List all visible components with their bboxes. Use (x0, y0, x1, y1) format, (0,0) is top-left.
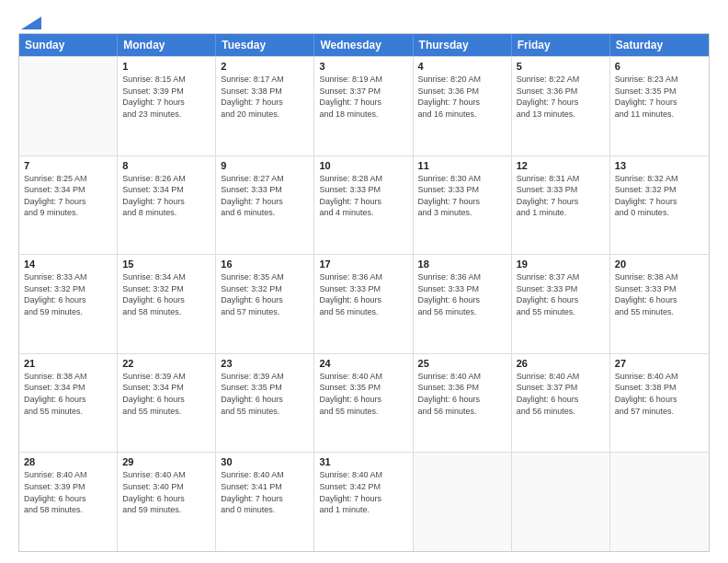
calendar-cell: 11Sunrise: 8:30 AM Sunset: 3:33 PM Dayli… (414, 156, 512, 255)
calendar-cell (610, 453, 709, 551)
day-info: Sunrise: 8:39 AM Sunset: 3:34 PM Dayligh… (122, 371, 210, 417)
day-number: 29 (122, 456, 210, 467)
day-info: Sunrise: 8:31 AM Sunset: 3:33 PM Dayligh… (517, 173, 605, 219)
calendar-header-cell: Saturday (610, 34, 709, 56)
day-number: 30 (221, 456, 309, 467)
calendar-cell: 29Sunrise: 8:40 AM Sunset: 3:40 PM Dayli… (118, 453, 216, 551)
day-number: 6 (615, 61, 704, 72)
day-number: 7 (24, 160, 112, 171)
calendar-cell: 4Sunrise: 8:20 AM Sunset: 3:36 PM Daylig… (414, 57, 512, 155)
day-number: 27 (615, 358, 704, 369)
day-info: Sunrise: 8:26 AM Sunset: 3:34 PM Dayligh… (122, 173, 210, 219)
page: SundayMondayTuesdayWednesdayThursdayFrid… (0, 0, 728, 563)
day-info: Sunrise: 8:34 AM Sunset: 3:32 PM Dayligh… (122, 271, 210, 317)
day-number: 16 (221, 259, 309, 270)
calendar-header-cell: Thursday (414, 34, 512, 56)
day-number: 25 (418, 358, 506, 369)
calendar-header-cell: Friday (512, 34, 610, 56)
day-number: 15 (122, 259, 210, 270)
header (18, 17, 710, 24)
calendar-cell: 24Sunrise: 8:40 AM Sunset: 3:35 PM Dayli… (314, 354, 413, 453)
day-info: Sunrise: 8:36 AM Sunset: 3:33 PM Dayligh… (319, 271, 407, 317)
day-number: 2 (221, 61, 309, 72)
calendar-cell: 3Sunrise: 8:19 AM Sunset: 3:37 PM Daylig… (314, 57, 413, 155)
calendar-cell: 20Sunrise: 8:38 AM Sunset: 3:33 PM Dayli… (610, 255, 709, 353)
day-info: Sunrise: 8:22 AM Sunset: 3:36 PM Dayligh… (517, 74, 605, 120)
day-info: Sunrise: 8:32 AM Sunset: 3:32 PM Dayligh… (615, 173, 704, 219)
day-number: 4 (418, 61, 506, 72)
day-info: Sunrise: 8:35 AM Sunset: 3:32 PM Dayligh… (221, 271, 309, 317)
calendar-cell: 31Sunrise: 8:40 AM Sunset: 3:42 PM Dayli… (314, 453, 413, 551)
day-info: Sunrise: 8:23 AM Sunset: 3:35 PM Dayligh… (615, 74, 704, 120)
calendar-cell: 1Sunrise: 8:15 AM Sunset: 3:39 PM Daylig… (118, 57, 216, 155)
day-number: 11 (418, 160, 506, 171)
calendar-cell (19, 57, 118, 155)
calendar-cell: 6Sunrise: 8:23 AM Sunset: 3:35 PM Daylig… (610, 57, 709, 155)
day-info: Sunrise: 8:20 AM Sunset: 3:36 PM Dayligh… (418, 74, 506, 120)
day-number: 17 (319, 259, 407, 270)
day-info: Sunrise: 8:25 AM Sunset: 3:34 PM Dayligh… (24, 173, 112, 219)
day-number: 23 (221, 358, 309, 369)
calendar-header-cell: Tuesday (216, 34, 314, 56)
calendar-cell: 28Sunrise: 8:40 AM Sunset: 3:39 PM Dayli… (19, 453, 118, 551)
day-number: 13 (615, 160, 704, 171)
day-info: Sunrise: 8:40 AM Sunset: 3:42 PM Dayligh… (319, 469, 407, 515)
day-number: 22 (122, 358, 210, 369)
day-number: 31 (319, 456, 407, 467)
day-info: Sunrise: 8:19 AM Sunset: 3:37 PM Dayligh… (319, 74, 407, 120)
calendar-cell: 15Sunrise: 8:34 AM Sunset: 3:32 PM Dayli… (118, 255, 216, 353)
day-info: Sunrise: 8:39 AM Sunset: 3:35 PM Dayligh… (221, 371, 309, 417)
calendar-cell: 30Sunrise: 8:40 AM Sunset: 3:41 PM Dayli… (216, 453, 314, 551)
day-number: 5 (517, 61, 605, 72)
day-info: Sunrise: 8:17 AM Sunset: 3:38 PM Dayligh… (221, 74, 309, 120)
calendar-cell: 9Sunrise: 8:27 AM Sunset: 3:33 PM Daylig… (216, 156, 314, 255)
calendar-header-cell: Wednesday (314, 34, 413, 56)
calendar-cell: 25Sunrise: 8:40 AM Sunset: 3:36 PM Dayli… (414, 354, 512, 453)
day-number: 10 (319, 160, 407, 171)
calendar-cell: 21Sunrise: 8:38 AM Sunset: 3:34 PM Dayli… (19, 354, 118, 453)
calendar-week: 7Sunrise: 8:25 AM Sunset: 3:34 PM Daylig… (19, 155, 709, 255)
day-info: Sunrise: 8:15 AM Sunset: 3:39 PM Dayligh… (122, 74, 210, 120)
day-number: 1 (122, 61, 210, 72)
calendar: SundayMondayTuesdayWednesdayThursdayFrid… (18, 33, 710, 552)
calendar-cell: 13Sunrise: 8:32 AM Sunset: 3:32 PM Dayli… (610, 156, 709, 255)
day-number: 26 (517, 358, 605, 369)
day-number: 14 (24, 259, 112, 270)
calendar-week: 21Sunrise: 8:38 AM Sunset: 3:34 PM Dayli… (19, 353, 709, 453)
day-info: Sunrise: 8:33 AM Sunset: 3:32 PM Dayligh… (24, 271, 112, 317)
logo-icon (21, 17, 41, 29)
calendar-header: SundayMondayTuesdayWednesdayThursdayFrid… (19, 34, 709, 56)
day-info: Sunrise: 8:38 AM Sunset: 3:33 PM Dayligh… (615, 271, 704, 317)
calendar-header-cell: Monday (118, 34, 216, 56)
svg-marker-0 (21, 17, 41, 29)
day-info: Sunrise: 8:40 AM Sunset: 3:37 PM Dayligh… (517, 371, 605, 417)
day-number: 28 (24, 456, 112, 467)
calendar-body: 1Sunrise: 8:15 AM Sunset: 3:39 PM Daylig… (19, 56, 709, 551)
day-info: Sunrise: 8:40 AM Sunset: 3:38 PM Dayligh… (615, 371, 704, 417)
day-info: Sunrise: 8:40 AM Sunset: 3:36 PM Dayligh… (418, 371, 506, 417)
day-info: Sunrise: 8:36 AM Sunset: 3:33 PM Dayligh… (418, 271, 506, 317)
logo (18, 17, 41, 24)
calendar-cell (512, 453, 610, 551)
day-number: 24 (319, 358, 407, 369)
day-number: 21 (24, 358, 112, 369)
day-number: 9 (221, 160, 309, 171)
calendar-cell: 2Sunrise: 8:17 AM Sunset: 3:38 PM Daylig… (216, 57, 314, 155)
calendar-cell (414, 453, 512, 551)
day-number: 12 (517, 160, 605, 171)
calendar-cell: 17Sunrise: 8:36 AM Sunset: 3:33 PM Dayli… (314, 255, 413, 353)
day-number: 8 (122, 160, 210, 171)
calendar-cell: 12Sunrise: 8:31 AM Sunset: 3:33 PM Dayli… (512, 156, 610, 255)
calendar-cell: 27Sunrise: 8:40 AM Sunset: 3:38 PM Dayli… (610, 354, 709, 453)
day-info: Sunrise: 8:40 AM Sunset: 3:39 PM Dayligh… (24, 469, 112, 515)
day-info: Sunrise: 8:30 AM Sunset: 3:33 PM Dayligh… (418, 173, 506, 219)
day-info: Sunrise: 8:40 AM Sunset: 3:35 PM Dayligh… (319, 371, 407, 417)
calendar-week: 14Sunrise: 8:33 AM Sunset: 3:32 PM Dayli… (19, 254, 709, 353)
day-info: Sunrise: 8:28 AM Sunset: 3:33 PM Dayligh… (319, 173, 407, 219)
day-info: Sunrise: 8:37 AM Sunset: 3:33 PM Dayligh… (517, 271, 605, 317)
calendar-cell: 23Sunrise: 8:39 AM Sunset: 3:35 PM Dayli… (216, 354, 314, 453)
calendar-cell: 5Sunrise: 8:22 AM Sunset: 3:36 PM Daylig… (512, 57, 610, 155)
day-number: 18 (418, 259, 506, 270)
day-number: 3 (319, 61, 407, 72)
calendar-cell: 16Sunrise: 8:35 AM Sunset: 3:32 PM Dayli… (216, 255, 314, 353)
